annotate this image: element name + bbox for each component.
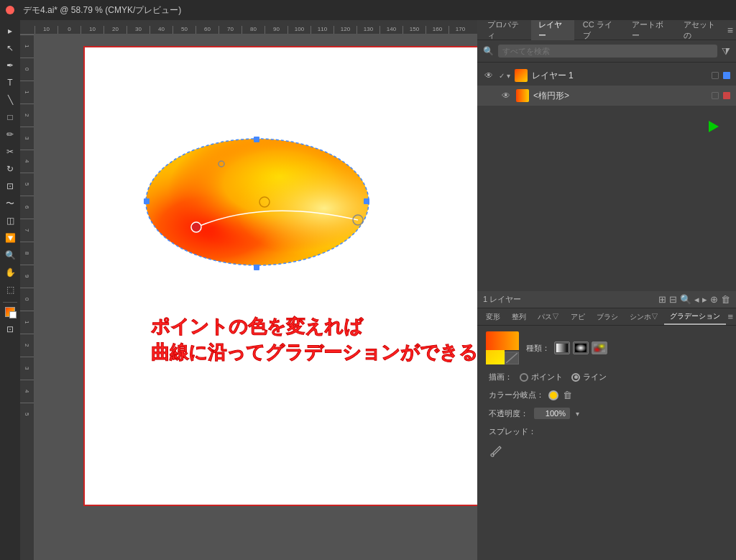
svg-rect-10 bbox=[254, 137, 259, 142]
layer-eye-icon[interactable]: 👁 bbox=[500, 90, 512, 101]
ruler-mark: 10 bbox=[80, 26, 104, 34]
gradient-tool-icon[interactable]: ◫ bbox=[2, 213, 18, 229]
ruler-marks-top: 10 0 10 20 30 40 50 60 70 80 90 100 110 … bbox=[34, 26, 472, 34]
ruler-mark: 110 bbox=[310, 26, 334, 34]
ruler-mark: 40 bbox=[150, 26, 172, 34]
jp-text-line1: ポイントの色を変えれば bbox=[151, 313, 477, 339]
bottom-tabs: 変形 整列 パス▽ アピ ブラシ シンホ▽ グラデーション ≡ bbox=[477, 308, 736, 326]
ruler-v-mark: 4 bbox=[20, 150, 34, 173]
svg-rect-12 bbox=[144, 198, 150, 204]
radio-option-line[interactable]: ライン bbox=[571, 372, 607, 382]
layer-count-bar: 1 レイヤー ⊞ ⊟ 🔍 ◂ ▸ ⊕ 🗑 bbox=[477, 291, 736, 308]
close-button[interactable] bbox=[6, 6, 14, 14]
tab-brush[interactable]: ブラシ bbox=[591, 310, 624, 324]
layer-item-sublayer[interactable]: 👁 <楕円形> bbox=[477, 86, 736, 106]
delete-color-stop-icon[interactable]: 🗑 bbox=[563, 390, 572, 400]
rect-tool-icon[interactable]: □ bbox=[2, 109, 18, 125]
panel-menu-icon[interactable]: ≡ bbox=[727, 24, 733, 36]
search-input[interactable] bbox=[498, 45, 717, 58]
canvas-area: 10 0 10 20 30 40 50 60 70 80 90 100 110 … bbox=[20, 20, 477, 560]
tab-transform[interactable]: 変形 bbox=[480, 310, 506, 324]
prev-layer-icon[interactable]: ◂ bbox=[694, 294, 699, 305]
layer-thumbnail bbox=[515, 69, 528, 82]
layer-item[interactable]: 👁 ✓ ▾ レイヤー 1 bbox=[477, 65, 736, 86]
tab-gradient[interactable]: グラデーション bbox=[664, 309, 726, 325]
ruler-v-mark: 2 bbox=[20, 104, 34, 127]
ruler-v-mark: 1 bbox=[20, 311, 34, 334]
layer-option-icon[interactable]: ⊟ bbox=[669, 294, 677, 305]
radio-circle-line bbox=[571, 373, 580, 382]
radio-option-point[interactable]: ポイント bbox=[520, 372, 563, 382]
gradient-overlay-pattern bbox=[505, 352, 519, 364]
type-tool-icon[interactable]: T bbox=[2, 75, 18, 91]
artboard-tool-icon[interactable]: ⬚ bbox=[2, 282, 18, 298]
color-stop-row: カラー分岐点： 🗑 bbox=[486, 390, 727, 400]
main-layout: ▸ ↖ ✒ T ╲ □ ✏ ✂ ↻ ⊡ 〜 ◫ 🔽 🔍 ✋ ⬚ ⊡ 10 0 1… bbox=[0, 20, 736, 560]
layer-color-dot-red bbox=[723, 92, 730, 99]
filter-icon[interactable]: ⧩ bbox=[722, 45, 730, 58]
warp-tool-icon[interactable]: 〜 bbox=[2, 196, 18, 211]
layer-lock-icon-sub[interactable] bbox=[712, 92, 719, 99]
eyedropper-svg bbox=[490, 446, 502, 457]
gradient-ellipse-svg bbox=[142, 134, 372, 270]
brush-tool-icon[interactable]: ✏ bbox=[2, 127, 18, 142]
zoom-tool-icon[interactable]: 🔍 bbox=[2, 247, 18, 263]
svg-point-21 bbox=[491, 454, 494, 456]
radial-gradient-button[interactable] bbox=[573, 341, 589, 354]
ruler-mark: 150 bbox=[402, 26, 426, 34]
eyedropper-icon[interactable] bbox=[489, 444, 503, 459]
ruler-mark: 130 bbox=[356, 26, 380, 34]
ruler-v-mark: 7 bbox=[20, 219, 34, 242]
gradient-preview-swatch bbox=[486, 331, 519, 364]
scale-tool-icon[interactable]: ⊡ bbox=[2, 178, 18, 194]
tab-symbol[interactable]: シンホ▽ bbox=[624, 310, 664, 324]
right-panel: プロパティ レイヤー CC ライブ アートボー アセットの ≡ 🔍 ⧩ 👁 ✓ … bbox=[477, 20, 736, 560]
ruler-mark: 10 bbox=[34, 26, 58, 34]
ruler-mark: 160 bbox=[426, 26, 448, 34]
layer-expand-icon[interactable]: ✓ ▾ bbox=[499, 72, 510, 80]
radio-circle-point bbox=[520, 373, 528, 382]
add-layer-icon[interactable]: ⊕ bbox=[710, 294, 718, 305]
line-tool-icon[interactable]: ╲ bbox=[2, 92, 18, 108]
select-tool-icon[interactable]: ▸ bbox=[2, 23, 18, 39]
opacity-dropdown-icon[interactable]: ▾ bbox=[576, 410, 579, 418]
ruler-mark: 90 bbox=[264, 26, 288, 34]
ruler-mark: 30 bbox=[126, 26, 150, 34]
tab-appearance[interactable]: アピ bbox=[565, 310, 591, 324]
eyedropper-row bbox=[486, 444, 727, 459]
new-layer-icon[interactable]: ⊞ bbox=[658, 294, 666, 305]
tab-pathfinder[interactable]: パス▽ bbox=[532, 310, 565, 324]
next-layer-icon[interactable]: ▸ bbox=[702, 294, 707, 305]
fill-color-icon[interactable] bbox=[2, 304, 18, 320]
search-bar: 🔍 ⧩ bbox=[477, 40, 736, 63]
hand-tool-icon[interactable]: ✋ bbox=[2, 265, 18, 280]
change-screen-icon[interactable]: ⊡ bbox=[2, 321, 18, 337]
rotate-tool-icon[interactable]: ↻ bbox=[2, 161, 18, 177]
search-icon: 🔍 bbox=[483, 46, 494, 56]
svg-rect-20 bbox=[594, 344, 605, 352]
delete-layer-icon[interactable]: 🗑 bbox=[721, 294, 730, 305]
eyedropper-tool-icon[interactable]: 🔽 bbox=[2, 230, 18, 246]
find-layer-icon[interactable]: 🔍 bbox=[680, 294, 691, 305]
pen-tool-icon[interactable]: ✒ bbox=[2, 58, 18, 73]
radial-gradient-icon bbox=[575, 344, 586, 352]
ruler-mark: 50 bbox=[172, 26, 196, 34]
opacity-input[interactable] bbox=[534, 408, 570, 419]
tab-align[interactable]: 整列 bbox=[506, 310, 532, 324]
layer-count-icons: ⊞ ⊟ 🔍 ◂ ▸ ⊕ 🗑 bbox=[658, 294, 730, 305]
layer-lock-icon[interactable] bbox=[712, 72, 719, 79]
linear-gradient-button[interactable] bbox=[554, 341, 570, 354]
direct-select-icon[interactable]: ↖ bbox=[2, 40, 18, 56]
ruler-top: 10 0 10 20 30 40 50 60 70 80 90 100 110 … bbox=[20, 20, 477, 35]
bottom-tab-menu-icon[interactable]: ≡ bbox=[727, 311, 733, 322]
gradient-type-icons bbox=[554, 341, 607, 354]
ruler-left: 1 0 1 2 3 4 5 6 7 8 9 0 1 2 3 4 5 bbox=[20, 35, 34, 560]
freeform-gradient-button[interactable] bbox=[592, 341, 607, 354]
jp-text-line2: 曲線に沿ってグラデーションができる bbox=[151, 339, 477, 365]
scissors-tool-icon[interactable]: ✂ bbox=[2, 144, 18, 160]
ruler-v-mark: 0 bbox=[20, 58, 34, 81]
layer-eye-icon[interactable]: 👁 bbox=[483, 70, 494, 81]
color-stop-dot[interactable] bbox=[548, 390, 558, 400]
ruler-v-mark: 6 bbox=[20, 196, 34, 219]
canvas-content: ポイントの色を変えれば 曲線に沿ってグラデーションができる bbox=[34, 35, 477, 560]
